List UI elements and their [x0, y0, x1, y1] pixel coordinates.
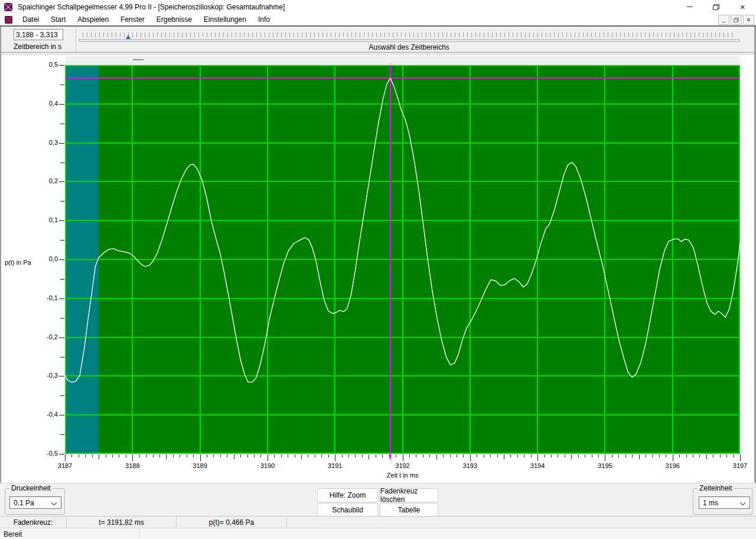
- x-axis-tick: [504, 454, 504, 459]
- x-axis-tick: [436, 454, 437, 459]
- close-button[interactable]: ×: [729, 0, 756, 14]
- x-axis-tick: [537, 454, 538, 461]
- menu-item-fenster[interactable]: Fenster: [115, 14, 151, 25]
- fadenkreuz-loeschen-button[interactable]: Fadenkreuz löschen: [380, 488, 438, 502]
- x-axis-tick: [396, 454, 396, 457]
- time-slider-ticks: [83, 33, 735, 37]
- x-axis-tick: [734, 454, 734, 457]
- mdi-close-icon: ×: [747, 17, 750, 23]
- menu-item-ergebnisse[interactable]: Ergebnisse: [151, 14, 198, 25]
- app-statusbar-separator: [139, 528, 139, 539]
- y-axis-tick: [59, 454, 64, 454]
- x-axis-tick: [409, 454, 410, 457]
- x-axis-tick: [484, 454, 484, 457]
- x-axis-tick: [268, 454, 268, 461]
- menubar: DateiStartAbspielenFensterErgebnisseEins…: [0, 14, 756, 25]
- time-slider-track[interactable]: [79, 39, 740, 42]
- x-axis-tick: [247, 454, 248, 457]
- chevron-down-icon: [51, 500, 57, 506]
- x-axis-tick: [173, 454, 174, 457]
- minimize-button[interactable]: [676, 0, 703, 14]
- window-controls: ×: [676, 0, 756, 14]
- druckeinheit-selected-value: 0,1 Pa: [14, 499, 34, 507]
- x-axis-tick: [308, 454, 308, 457]
- y-axis-tick: [59, 104, 64, 105]
- x-axis-tick: [592, 454, 592, 457]
- y-axis-label: 0,0: [38, 255, 58, 262]
- x-axis-tick: [288, 454, 288, 457]
- schaubild-button[interactable]: Schaubild: [317, 503, 378, 517]
- y-axis-minor-tick: [60, 85, 64, 85]
- x-axis-label: 3193: [463, 462, 477, 469]
- x-axis-tick: [146, 454, 146, 457]
- x-axis-tick: [260, 454, 261, 457]
- tabelle-button[interactable]: Tabelle: [380, 503, 438, 517]
- druckeinheit-label: Druckeinheit: [9, 484, 53, 492]
- x-axis-tick: [92, 454, 93, 457]
- x-axis-tick: [301, 454, 302, 459]
- mdi-minimize-button[interactable]: [718, 15, 729, 25]
- x-axis-tick: [65, 454, 66, 461]
- x-axis-tick: [85, 454, 86, 457]
- druckeinheit-select[interactable]: 0,1 Pa: [9, 496, 61, 509]
- time-range-label: Zeitbereich in s: [14, 43, 61, 51]
- oscilloscope-plot[interactable]: [65, 65, 740, 454]
- menu-item-info[interactable]: Info: [252, 14, 276, 25]
- y-axis-label: -0,5: [38, 450, 58, 457]
- menu-item-start[interactable]: Start: [45, 14, 71, 25]
- application-window: Spaichinger Schallpegelmesser 4,99 Pro I…: [0, 0, 756, 539]
- bottom-control-panel: Druckeinheit 0,1 Pa Hilfe: Zoom Fadenkre…: [0, 483, 756, 517]
- x-axis-tick: [605, 454, 605, 461]
- y-axis-minor-tick: [60, 434, 64, 435]
- x-axis-tick: [355, 454, 356, 457]
- x-axis-tick: [618, 454, 619, 457]
- mdi-window-controls: ×: [718, 15, 754, 25]
- time-slider-thumb[interactable]: [126, 35, 131, 39]
- x-axis-tick: [517, 454, 518, 457]
- x-axis-tick: [531, 454, 532, 457]
- x-axis-label: 3196: [665, 462, 679, 469]
- mdi-close-button[interactable]: ×: [743, 15, 754, 25]
- x-axis-tick: [443, 454, 444, 457]
- crosshair-statusbar: Fadenkreuz: t= 3191,82 ms p(t)= 0,466 Pa: [0, 516, 756, 528]
- x-axis-tick: [79, 454, 79, 457]
- y-axis-label: 0,2: [38, 177, 58, 184]
- x-axis-tick: [106, 454, 106, 457]
- status-pressure-value: p(t)= 0,466 Pa: [177, 517, 287, 528]
- zeiteinheit-label: Zeiteinheit: [698, 484, 734, 492]
- toolbar: Zeitbereich in s Auswahl des Zeitbereich…: [0, 27, 756, 53]
- x-axis-tick: [510, 454, 511, 457]
- close-icon: ×: [740, 2, 745, 11]
- x-axis-tick: [612, 454, 612, 457]
- status-crosshair-label: Fadenkreuz:: [0, 517, 67, 528]
- x-axis-tick: [187, 454, 187, 457]
- y-axis-label: -0,2: [38, 333, 58, 340]
- app-icon: [4, 3, 12, 11]
- menu-item-datei[interactable]: Datei: [17, 14, 45, 25]
- x-axis-tick: [673, 454, 673, 461]
- menu-item-abspielen[interactable]: Abspielen: [71, 14, 115, 25]
- window-left-edge: [0, 27, 1, 516]
- x-axis-tick: [545, 454, 545, 457]
- y-axis-minor-tick: [60, 357, 64, 358]
- x-axis-tick: [213, 454, 214, 457]
- hilfe-zoom-button[interactable]: Hilfe: Zoom: [317, 488, 378, 502]
- y-axis-minor-tick: [60, 163, 64, 163]
- x-axis-tick: [558, 454, 558, 457]
- x-axis-tick: [240, 454, 241, 457]
- menu-item-einstellungen[interactable]: Einstellungen: [198, 14, 252, 25]
- x-axis-tick: [679, 454, 680, 457]
- status-empty-panel: [287, 517, 756, 528]
- x-axis-tick: [639, 454, 640, 459]
- zeiteinheit-select[interactable]: 1 ms: [699, 496, 750, 509]
- zeiteinheit-selected-value: 1 ms: [703, 499, 718, 507]
- restore-button[interactable]: [703, 0, 729, 14]
- x-axis-tick: [578, 454, 579, 457]
- x-axis-tick: [726, 454, 727, 457]
- time-range-input[interactable]: [14, 29, 63, 40]
- x-axis-tick: [180, 454, 180, 457]
- mdi-restore-button[interactable]: [731, 15, 742, 25]
- y-axis-tick: [59, 298, 64, 299]
- x-axis-tick: [315, 454, 315, 457]
- drag-handle[interactable]: [133, 59, 144, 60]
